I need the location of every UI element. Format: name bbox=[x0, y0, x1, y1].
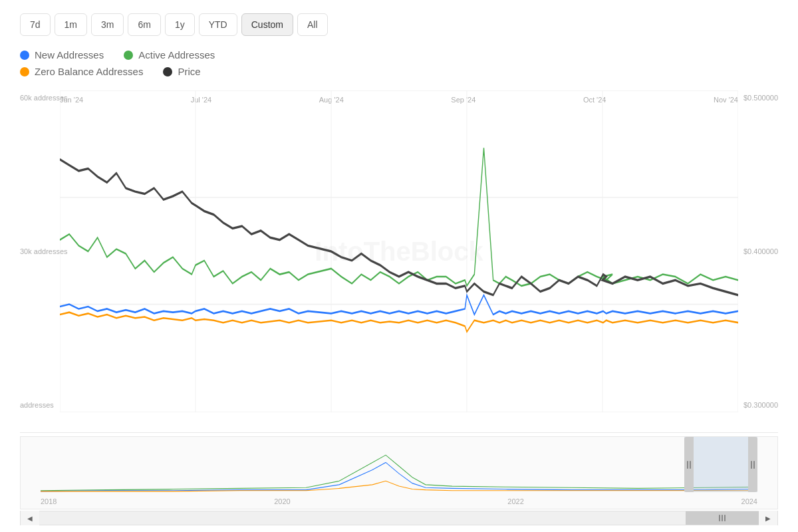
time-btn-7d[interactable]: 7d bbox=[20, 13, 51, 36]
legend-label-active-addresses: Active Addresses bbox=[138, 49, 215, 61]
chart-svg-area: IntoTheBlock bbox=[60, 90, 738, 412]
range-selector[interactable] bbox=[684, 437, 757, 492]
y-label-top-right: $0.500000 bbox=[743, 94, 778, 102]
legend-item-price[interactable]: Price bbox=[163, 66, 200, 77]
scroll-thumb-lines bbox=[719, 515, 726, 521]
scroll-thumb-line-2 bbox=[722, 515, 723, 521]
legend-label-new-addresses: New Addresses bbox=[35, 49, 104, 61]
scrollbar[interactable]: ◀ ▶ bbox=[20, 511, 778, 525]
time-btn-ytd[interactable]: YTD bbox=[199, 13, 237, 36]
legend-label-price: Price bbox=[178, 66, 200, 77]
scroll-thumb-line-3 bbox=[724, 515, 726, 521]
legend-item-active-addresses[interactable]: Active Addresses bbox=[124, 49, 215, 61]
chart-legend: New AddressesActive AddressesZero Balanc… bbox=[20, 49, 778, 77]
range-handle-left[interactable] bbox=[684, 437, 694, 492]
legend-dot-zero-balance bbox=[20, 67, 29, 76]
y-axis-right: $0.500000 $0.400000 $0.300000 bbox=[743, 90, 778, 412]
handle-line-3 bbox=[751, 461, 752, 469]
time-btn-6m[interactable]: 6m bbox=[128, 13, 160, 36]
time-btn-all[interactable]: All bbox=[297, 13, 328, 36]
mini-x-axis: 2018202020222024 bbox=[41, 497, 757, 505]
mini-chart: 2018202020222024 bbox=[20, 436, 778, 509]
legend-dot-new-addresses bbox=[20, 51, 29, 60]
legend-item-new-addresses[interactable]: New Addresses bbox=[20, 49, 104, 61]
legend-dot-active-addresses bbox=[124, 51, 133, 60]
time-btn-3m[interactable]: 3m bbox=[91, 13, 124, 36]
scroll-track[interactable] bbox=[39, 511, 759, 525]
time-range-selector: 7d1m3m6m1yYTDCustomAll bbox=[20, 13, 778, 36]
handle-line-2 bbox=[690, 461, 691, 469]
scroll-thumb[interactable] bbox=[686, 511, 759, 525]
left-handle-lines bbox=[687, 461, 691, 469]
mini-chart-svg bbox=[41, 440, 757, 492]
right-handle-lines bbox=[751, 461, 755, 469]
mini-x-label: 2020 bbox=[274, 497, 290, 505]
y-label-mid-right: $0.400000 bbox=[743, 247, 778, 255]
scroll-left-button[interactable]: ◀ bbox=[21, 511, 39, 525]
scroll-thumb-line-1 bbox=[719, 515, 720, 521]
main-container: 7d1m3m6m1yYTDCustomAll New AddressesActi… bbox=[0, 0, 798, 532]
y-label-bot-right: $0.300000 bbox=[743, 401, 778, 409]
scroll-right-button[interactable]: ▶ bbox=[759, 511, 777, 525]
handle-line-4 bbox=[753, 461, 755, 469]
legend-item-zero-balance[interactable]: Zero Balance Addresses bbox=[20, 66, 143, 77]
time-btn-1m[interactable]: 1m bbox=[55, 13, 87, 36]
range-handle-right[interactable] bbox=[748, 437, 757, 492]
time-btn-1y[interactable]: 1y bbox=[165, 13, 195, 36]
time-btn-custom[interactable]: Custom bbox=[241, 13, 293, 36]
chart-svg bbox=[60, 90, 738, 412]
legend-dot-price bbox=[163, 67, 172, 76]
mini-x-label: 2024 bbox=[741, 497, 757, 505]
mini-chart-inner bbox=[41, 440, 757, 492]
chart-area: 60k addresses 30k addresses addresses $0… bbox=[20, 90, 778, 525]
main-chart: 60k addresses 30k addresses addresses $0… bbox=[20, 90, 778, 433]
legend-label-zero-balance: Zero Balance Addresses bbox=[35, 66, 143, 77]
mini-x-label: 2022 bbox=[507, 497, 523, 505]
handle-line-1 bbox=[687, 461, 688, 469]
mini-x-label: 2018 bbox=[41, 497, 57, 505]
